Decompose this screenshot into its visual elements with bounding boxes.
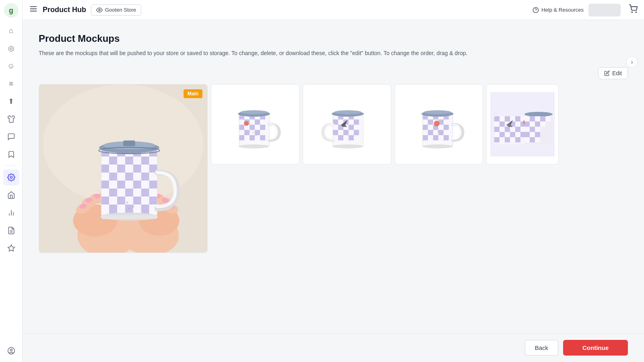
svg-rect-153 [349,119,354,125]
svg-rect-193 [428,130,433,135]
svg-rect-213 [500,116,505,121]
svg-point-172 [334,110,361,114]
thumb-1-svg [223,92,287,156]
svg-rect-130 [239,135,244,140]
store-button[interactable]: Gooten Store [91,4,141,16]
svg-rect-247 [524,116,530,121]
svg-rect-58 [125,165,133,173]
svg-rect-154 [354,119,359,125]
svg-point-204 [440,134,442,135]
mockup-thumb-2[interactable] [303,84,391,165]
svg-point-137 [255,135,257,136]
svg-rect-63 [109,173,117,181]
svg-rect-253 [530,121,535,127]
svg-rect-115 [239,119,244,125]
help-resources-button[interactable]: Help & Resources [533,7,584,13]
svg-rect-71 [117,181,125,189]
svg-rect-216 [515,116,520,121]
sidebar-item-account[interactable] [3,343,19,359]
svg-rect-76 [101,189,109,197]
sidebar-item-tshirt[interactable] [3,111,19,127]
svg-rect-230 [515,127,520,132]
svg-rect-240 [505,137,510,142]
sidebar-item-upload[interactable]: ⬆ [3,93,19,109]
svg-rect-120 [239,125,244,130]
svg-rect-163 [349,130,354,135]
svg-point-0 [10,177,12,179]
sidebar-divider [5,166,17,166]
mockup-thumb-1[interactable] [211,84,299,165]
back-button[interactable]: Back [525,340,558,356]
svg-rect-219 [494,121,500,127]
sidebar-item-list[interactable]: ≡ [3,76,19,92]
svg-rect-73 [133,181,141,189]
continue-button[interactable]: Continue [563,340,628,356]
sidebar-item-message[interactable] [3,129,19,145]
sidebar-item-analytics[interactable] [3,240,19,256]
sidebar-item-report[interactable] [3,222,19,239]
sidebar-logo[interactable]: g [4,3,19,18]
svg-rect-64 [117,173,125,181]
svg-point-207 [424,110,451,114]
mockup-thumb-3[interactable] [394,84,483,165]
cart-icon[interactable] [629,4,638,15]
svg-point-203 [437,131,439,132]
svg-rect-67 [141,173,149,181]
sidebar-item-settings[interactable] [3,169,19,185]
svg-rect-263 [530,137,535,142]
main-badge: Main [184,89,202,98]
svg-rect-52 [133,156,141,165]
svg-rect-261 [535,132,540,137]
svg-rect-187 [423,125,428,130]
svg-rect-158 [349,125,354,130]
svg-rect-123 [255,125,260,130]
svg-rect-242 [515,137,520,142]
sidebar-item-bookmark[interactable] [3,146,19,162]
svg-rect-168 [349,135,354,140]
user-button[interactable] [588,4,621,16]
svg-rect-201 [444,135,449,140]
svg-rect-255 [540,121,545,127]
main-area: Product Hub Gooten Store Help & Resource… [23,0,644,362]
svg-point-12 [99,9,100,11]
svg-rect-69 [101,181,109,189]
sidebar: g ⌂ ◎ ☺ ≡ ⬆ [0,0,23,362]
sidebar-item-store2[interactable] [3,187,19,203]
page-title: Product Mockups [39,33,628,44]
main-mockup[interactable]: Main [39,84,208,253]
svg-rect-55 [101,165,109,173]
edit-button[interactable]: Edit [598,67,628,79]
sidebar-item-tag[interactable]: ◎ [3,40,19,56]
svg-rect-220 [500,121,505,127]
svg-rect-78 [117,189,125,197]
svg-rect-227 [500,127,505,132]
svg-rect-66 [133,173,141,181]
svg-point-97 [126,202,128,204]
menu-icon[interactable] [29,4,38,15]
svg-rect-72 [125,181,133,189]
svg-rect-119 [260,119,265,125]
svg-rect-85 [117,197,125,205]
svg-point-98 [132,206,134,208]
bottom-bar: Back Continue [23,333,644,362]
svg-rect-229 [510,127,515,132]
svg-rect-129 [260,130,265,135]
thumb-3-svg [407,92,471,156]
svg-rect-88 [141,197,149,205]
svg-rect-75 [149,181,157,189]
svg-rect-249 [535,116,540,121]
page-description: These are the mockups that will be pushe… [39,49,628,58]
sidebar-item-person[interactable]: ☺ [3,58,19,74]
svg-rect-53 [141,156,149,165]
page-title-topbar: Product Hub [43,6,86,14]
svg-point-136 [252,132,254,133]
svg-point-15 [632,12,632,12]
collapse-panel-button[interactable]: › [626,56,638,68]
svg-rect-166 [338,135,343,140]
svg-rect-226 [494,127,500,132]
svg-rect-50 [117,156,125,165]
sidebar-item-home[interactable]: ⌂ [3,23,19,39]
sidebar-item-chart[interactable] [3,205,19,221]
mockup-thumb-4[interactable] [486,84,559,165]
svg-rect-126 [244,130,250,135]
